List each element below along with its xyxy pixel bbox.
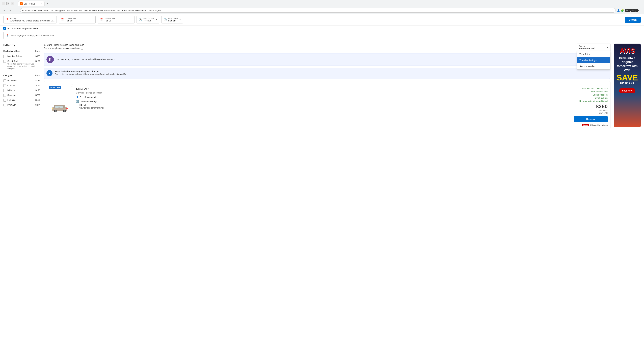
- minimize-button[interactable]: —: [2, 2, 5, 5]
- fullsize-price: $196: [36, 99, 40, 101]
- dropoff-date-value: Feb 19: [66, 19, 76, 22]
- mileage-value: Unlimited mileage: [80, 100, 97, 103]
- filter-fullsize-group: Full-size: [3, 99, 36, 102]
- recommended-info-icon[interactable]: i: [81, 47, 83, 50]
- dropoff-time-value: 9:15 am: [168, 19, 178, 22]
- car-feature-transmission: ⚙ Automatic: [84, 96, 97, 98]
- sort-option-recommended[interactable]: Recommended: [577, 63, 610, 69]
- midsize-checkbox[interactable]: [3, 89, 6, 92]
- pickup-field[interactable]: 📍 Pick-up Anchorage, AK, United States o…: [3, 16, 57, 23]
- address-bar[interactable]: expedia.com/carsearch?locn=Anchorage%2C%…: [20, 8, 616, 12]
- dropoff-time-field[interactable]: 🕐 Drop-p time 9:15 am ▼: [161, 16, 183, 23]
- pickup-time-field[interactable]: 🕐 Drop-up time 7:45 am ▼: [136, 16, 159, 23]
- car-card: ♡ Great Deal: [44, 81, 610, 129]
- sort-option-traveler-ratings[interactable]: Traveler Ratings: [577, 57, 610, 63]
- pickup-time-label: Drop-up time: [144, 17, 154, 19]
- sort-value: Recommended: [579, 47, 604, 50]
- search-button[interactable]: Search: [625, 17, 641, 23]
- price-total: $794 total: [599, 112, 608, 114]
- active-tab[interactable]: E Car Rentals ×: [18, 1, 44, 6]
- car-details: Mini Van Chrysler Pacifica or similar 👤 …: [76, 84, 572, 126]
- return-date-icon: 📅: [100, 18, 103, 21]
- svg-point-7: [64, 110, 65, 112]
- tab-bar: E Car Rentals × +: [16, 1, 51, 6]
- filter-premium-group: Premium: [3, 104, 36, 106]
- filter-member-prices: Member Prices $330: [3, 55, 40, 58]
- notice-subtitle: Car rental companies charge this when dr…: [55, 73, 128, 75]
- bookmark-icon[interactable]: ☆: [611, 9, 614, 12]
- filter-member-prices-group: Member Prices: [3, 55, 36, 58]
- dropoff-time-label: Drop-p time: [168, 17, 178, 19]
- standard-checkbox[interactable]: [3, 94, 6, 97]
- svg-rect-8: [52, 108, 53, 109]
- notice-text-group: Total includes one-way drop-off charge C…: [55, 70, 128, 75]
- incognito-badge[interactable]: Incognito (2): [625, 9, 639, 12]
- favorite-button[interactable]: ♡: [70, 84, 73, 88]
- back-button[interactable]: ←: [2, 8, 7, 13]
- filter-compact: Compact $186: [3, 84, 40, 87]
- address-bar-row: ← → ↻ expedia.com/carsearch?locn=Anchora…: [0, 7, 644, 14]
- online-checkin: Online check-in: [592, 93, 608, 96]
- close-button[interactable]: ×: [11, 2, 14, 5]
- extensions-icon[interactable]: 🧩: [621, 9, 624, 12]
- exclusive-offers-title: Exclusive offers: [3, 50, 20, 52]
- car-name: Mini Van: [76, 87, 572, 91]
- profile-icon[interactable]: 👤: [617, 9, 620, 12]
- dropoff-date-field[interactable]: 📅 Drop-off date Feb 19: [59, 16, 96, 23]
- filter-economy-group: Economy: [3, 79, 36, 82]
- filter-economy: Economy $186: [3, 79, 40, 82]
- dropoff-field[interactable]: 📍 Anchorage (and vicinity), Alaska, Unit…: [3, 32, 60, 39]
- transmission-icon: ⚙: [84, 96, 86, 98]
- free-cancel: Free cancellation: [591, 90, 608, 93]
- refresh-button[interactable]: ↻: [14, 8, 19, 13]
- page-content: 📍 Pick-up Anchorage, AK, United States o…: [0, 14, 644, 356]
- member-prices-checkbox[interactable]: [3, 55, 6, 58]
- avis-save: SAVE: [616, 74, 638, 82]
- forward-button[interactable]: →: [8, 8, 13, 13]
- svg-rect-9: [66, 108, 68, 109]
- recommended-link-text: See how we pick our recommended cars: [44, 47, 80, 49]
- filter-midsize-group: Midsize: [3, 89, 36, 92]
- tab-close-icon[interactable]: ×: [41, 2, 42, 5]
- pickup-content: Pick-up Anchorage, AK, United States of …: [10, 17, 54, 22]
- sort-option-total-price[interactable]: Total Price: [577, 51, 610, 57]
- car-image-area: ♡ Great Deal: [46, 84, 73, 126]
- address-text: expedia.com/carsearch?locn=Anchorage%2C%…: [22, 9, 610, 12]
- pickup-type-value: Pick-up: [79, 104, 86, 106]
- menu-icon[interactable]: ⋮: [640, 9, 642, 12]
- sort-dropdown[interactable]: Sort by Recommended ▼: [577, 43, 610, 51]
- results-info: 82 Cars • Total includes taxes and fees …: [44, 43, 84, 50]
- car-image: [51, 102, 69, 112]
- diff-dropoff-label: Add a different drop-off location: [8, 27, 38, 30]
- car-feature-passengers: 👤 7: [76, 96, 81, 98]
- return-date-value: Feb 29: [104, 19, 115, 22]
- compact-price: $186: [36, 84, 40, 87]
- fullsize-checkbox[interactable]: [3, 99, 6, 102]
- pay-pickup: Pay at pick-up: [594, 97, 608, 99]
- car-sub: Chrysler Pacifica or similar: [76, 91, 572, 94]
- reserve-button[interactable]: Reserve: [574, 116, 608, 122]
- member-avatar: K: [46, 56, 54, 63]
- restore-button[interactable]: ❐: [6, 2, 10, 5]
- return-date-label: Drop-off date: [104, 17, 115, 19]
- notice-banner: i Total includes one-way drop-off charge…: [44, 68, 610, 79]
- diff-dropoff-row: ✓ Add a different drop-off location: [0, 26, 644, 31]
- notice-title: Total includes one-way drop-off charge: [55, 70, 128, 73]
- return-date-field[interactable]: 📅 Drop-off date Feb 29: [98, 16, 134, 23]
- compact-checkbox[interactable]: [3, 84, 6, 87]
- results-count: 82 Cars • Total includes taxes and fees: [44, 43, 84, 46]
- economy-checkbox[interactable]: [3, 79, 6, 82]
- diff-dropoff-checkbox[interactable]: ✓: [3, 27, 6, 30]
- great-deal-checkbox[interactable]: [3, 60, 6, 63]
- filter-great-deal-group: Great Deal Great Deal shows you the lowe…: [3, 60, 36, 70]
- standard-price: $206: [36, 94, 40, 96]
- car-type-header: Car type From: [3, 74, 40, 78]
- premium-price: $374: [36, 104, 40, 106]
- premium-checkbox[interactable]: [3, 104, 6, 106]
- recommended-link[interactable]: See how we pick our recommended cars i: [44, 47, 84, 50]
- dropoff-time-chevron: ▼: [179, 19, 181, 21]
- new-tab-button[interactable]: +: [45, 1, 50, 6]
- avis-cta-button[interactable]: Save now: [619, 88, 635, 93]
- avis-save-sub: UP TO 25%: [620, 82, 634, 85]
- filter-standard-group: Standard: [3, 94, 36, 97]
